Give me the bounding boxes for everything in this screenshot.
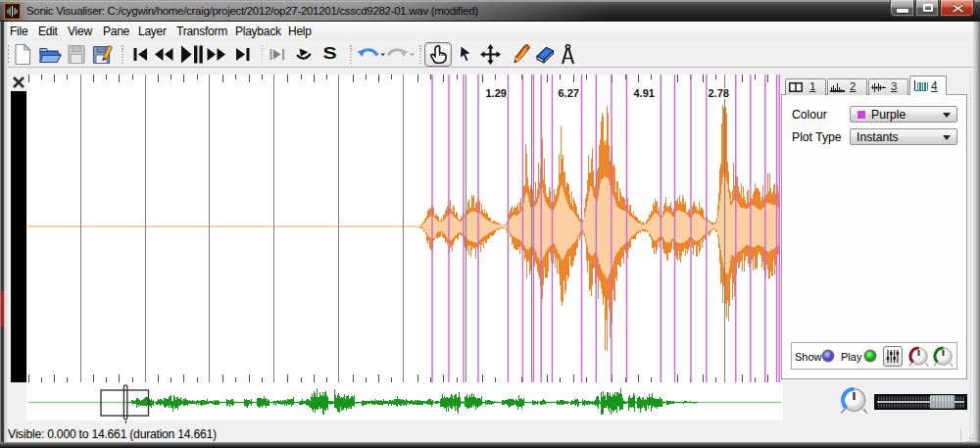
svg-text:4.91: 4.91 bbox=[634, 87, 655, 99]
svg-text:2.78: 2.78 bbox=[709, 87, 729, 99]
svg-text:6.27: 6.27 bbox=[559, 87, 579, 99]
svg-text:1.29: 1.29 bbox=[486, 87, 507, 99]
